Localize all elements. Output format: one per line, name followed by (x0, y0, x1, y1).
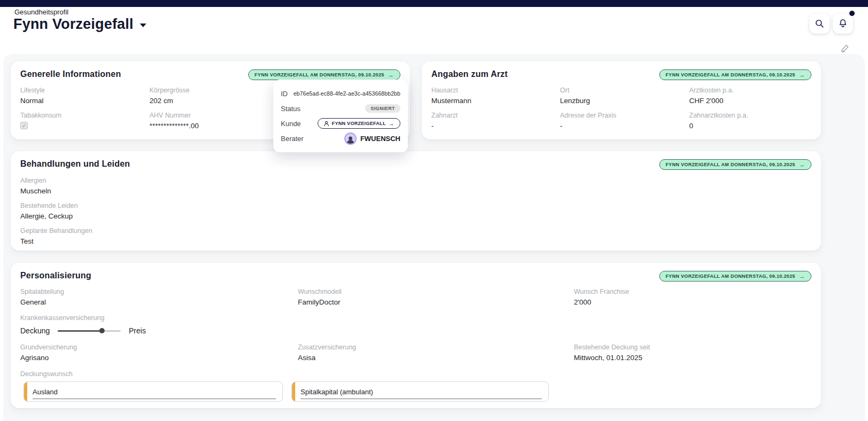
row-label: Status (281, 105, 301, 113)
field-label: Bestehende Leiden (20, 202, 811, 209)
field-value: 0 (689, 122, 811, 130)
profile-id-value: eb76e5ad-ec88-4fe2-ae3c-a453668bb2bb (294, 90, 400, 97)
deckungswunsch-item-ausland[interactable]: Ausland (23, 381, 283, 402)
tabakkonsum-checkbox[interactable]: ✓ (20, 122, 28, 129)
card-title: Generelle Informationen (20, 69, 121, 79)
field-value: Asisa (298, 354, 574, 362)
notifications-button[interactable] (833, 13, 853, 34)
profile-badge[interactable]: FYNN VORZEIGEFALL AM DONNERSTAG, 09.10.2… (659, 69, 811, 80)
card-personalisierung: Personalisierung FYNN VORZEIGEFALL AM DO… (11, 263, 821, 408)
badge-label: FYNN VORZEIGEFALL AM DONNERSTAG, 09.10.2… (255, 72, 384, 77)
check-icon: ✓ (22, 123, 26, 129)
kunde-link[interactable]: FYNN VORZEIGEFALL → (318, 118, 400, 129)
badge-label: FYNN VORZEIGEFALL AM DONNERSTAG, 09.10.2… (666, 274, 795, 279)
field-value: Lenzburg (560, 97, 689, 105)
field-zusatzversicherung: Zusatzversicherung Asisa (298, 344, 574, 362)
arrow-right-icon: → (799, 161, 805, 168)
deckungswunsch-value: Ausland (33, 388, 276, 399)
profile-details-popup: ID eb76e5ad-ec88-4fe2-ae3c-a453668bb2bb … (273, 80, 408, 152)
breadcrumb: Gesundheitsprofil (14, 8, 68, 16)
field-ort: Ort Lenzburg (560, 87, 689, 105)
person-silhouette-icon (346, 136, 355, 144)
field-label: Zahnarztkosten p.a. (689, 112, 811, 119)
field-allergien: Allergien Muscheln (20, 177, 811, 195)
badge-label: FYNN VORZEIGEFALL AM DONNERSTAG, 09.10.2… (666, 162, 795, 167)
field-label: Spitalabteilung (20, 288, 298, 295)
berater-chip[interactable]: FWUENSCH (344, 132, 400, 145)
search-button[interactable] (809, 13, 830, 34)
field-value: Allergie, Ceckup (20, 212, 811, 220)
card-angaben-zum-arzt: Angaben zum Arzt FYNN VORZEIGEFALL AM DO… (422, 61, 821, 139)
edit-icon[interactable] (840, 43, 850, 53)
card-title: Angaben zum Arzt (431, 69, 508, 79)
field-adresse-praxis: Adresse der Praxis - (560, 112, 689, 130)
field-label: Ort (560, 87, 689, 94)
row-label: Berater (281, 135, 304, 143)
arrow-right-icon: → (388, 72, 394, 78)
badge-label: FYNN VORZEIGEFALL AM DONNERSTAG, 09.10.2… (666, 72, 795, 77)
field-zahnarztkosten: Zahnarztkosten p.a. 0 (689, 112, 811, 130)
row-label: Kunde (281, 120, 301, 128)
arrow-right-icon: → (389, 120, 394, 127)
field-zahnarzt: Zahnarzt - (431, 112, 560, 130)
field-value: Mustermann (431, 97, 560, 105)
field-label: Adresse der Praxis (560, 112, 689, 119)
coverage-price-slider: Deckung Preis (20, 326, 811, 335)
arrow-right-icon: → (799, 72, 805, 78)
notification-dot (849, 11, 855, 16)
field-arztkosten: Arztkosten p.a. CHF 2'000 (689, 87, 811, 105)
card-title: Personalisierung (20, 271, 91, 280)
field-value: CHF 2'000 (689, 97, 811, 105)
row-label: ID (281, 90, 288, 98)
top-navy-bar (0, 0, 868, 7)
krankenkassenversicherung-label: Krankenkassenversicherung (20, 314, 811, 322)
deckungswunsch-item-spitalkapital[interactable]: Spitalkapital (ambulant) (291, 381, 549, 402)
search-icon (814, 18, 825, 29)
field-label: Geplante Behandlungen (20, 227, 811, 235)
kunde-name: FYNN VORZEIGEFALL (332, 121, 386, 126)
field-wunschmodell: Wunschmodell FamilyDoctor (298, 288, 574, 306)
slider-track[interactable] (58, 330, 121, 332)
field-value: Test (20, 237, 811, 245)
field-label: Bestehende Deckung seit (574, 344, 811, 351)
profile-badge[interactable]: FYNN VORZEIGEFALL AM DONNERSTAG, 09.10.2… (659, 159, 811, 170)
field-value: Agrisano (20, 354, 298, 362)
field-label: Allergien (20, 177, 811, 184)
field-value: - (431, 122, 560, 130)
berater-avatar (344, 132, 357, 145)
page-title: Fynn Vorzeigefall (13, 16, 133, 33)
field-wunsch-franchise: Wunsch Franchise 2'000 (574, 288, 811, 306)
field-label: Zusatzversicherung (298, 344, 574, 351)
popup-row-kunde: Kunde FYNN VORZEIGEFALL → (281, 116, 400, 131)
field-label: Lifestyle (20, 87, 149, 94)
field-tabakkonsum: Tabakkonsum ✓ (20, 112, 149, 130)
deckungswunsch-label: Deckungswunsch (20, 370, 811, 378)
field-geplante-behandlungen: Geplante Behandlungen Test (20, 227, 811, 245)
field-value: FamilyDoctor (298, 298, 574, 306)
field-label: Hausarzt (431, 87, 560, 94)
popup-row-berater: Berater FWUENSCH (281, 131, 400, 146)
slider-handle[interactable] (99, 328, 105, 333)
field-lifestyle: Lifestyle Normal (20, 87, 149, 105)
field-grundversicherung: Grundversicherung Agrisano (20, 344, 298, 362)
card-title: Behandlungen und Leiden (20, 159, 130, 169)
chevron-down-icon[interactable] (140, 24, 146, 27)
field-label: Arztkosten p.a. (689, 87, 811, 94)
profile-badge[interactable]: FYNN VORZEIGEFALL AM DONNERSTAG, 09.10.2… (248, 69, 400, 80)
slider-right-label: Preis (129, 326, 146, 335)
field-bestehende-deckung-seit: Bestehende Deckung seit Mittwoch, 01.01.… (574, 344, 811, 362)
field-value: General (20, 298, 298, 306)
popup-row-id: ID eb76e5ad-ec88-4fe2-ae3c-a453668bb2bb (281, 86, 400, 101)
berater-name: FWUENSCH (360, 135, 400, 143)
arrow-right-icon: → (799, 273, 805, 279)
popup-row-status: Status SIGNIERT (281, 101, 400, 116)
profile-badge[interactable]: FYNN VORZEIGEFALL AM DONNERSTAG, 09.10.2… (659, 271, 811, 282)
slider-left-label: Deckung (20, 326, 50, 335)
field-value: Normal (20, 97, 149, 105)
field-hausarzt: Hausarzt Mustermann (431, 87, 560, 105)
field-bestehende-leiden: Bestehende Leiden Allergie, Ceckup (20, 202, 811, 220)
field-label: Wunsch Franchise (574, 288, 811, 295)
bell-icon (838, 18, 848, 29)
field-value: Mittwoch, 01.01.2025 (574, 354, 811, 362)
card-behandlungen-und-leiden: Behandlungen und Leiden FYNN VORZEIGEFAL… (11, 151, 821, 251)
